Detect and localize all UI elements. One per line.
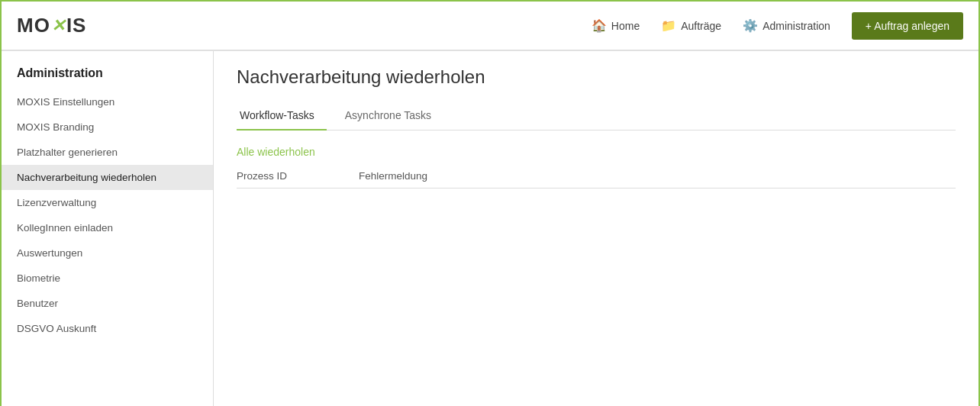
sidebar-item[interactable]: Benutzer bbox=[2, 291, 213, 316]
content-area: Alle wiederholen Prozess ID Fehlermeldun… bbox=[237, 146, 956, 188]
nav-administration-label: Administration bbox=[762, 20, 830, 32]
col-fehlermeldung: Fehlermeldung bbox=[359, 170, 956, 182]
col-prozess-id: Prozess ID bbox=[237, 170, 359, 182]
layout: Administration MOXIS EinstellungenMOXIS … bbox=[2, 51, 978, 406]
sidebar: Administration MOXIS EinstellungenMOXIS … bbox=[2, 51, 214, 406]
table-header: Prozess ID Fehlermeldung bbox=[237, 170, 956, 188]
logo-arrow: ✕ bbox=[51, 16, 66, 36]
sidebar-title: Administration bbox=[2, 66, 213, 89]
logo: MO✕IS bbox=[17, 14, 86, 37]
logo-text2: IS bbox=[66, 14, 87, 37]
home-icon: 🏠 bbox=[592, 18, 607, 33]
sidebar-item[interactable]: MOXIS Einstellungen bbox=[2, 89, 213, 114]
sidebar-item[interactable]: MOXIS Branding bbox=[2, 114, 213, 140]
page-title: Nachverarbeitung wiederholen bbox=[237, 66, 956, 88]
header: MO✕IS 🏠 Home 📁 Aufträge ⚙️ Administratio… bbox=[2, 2, 978, 51]
folder-icon: 📁 bbox=[661, 18, 676, 33]
logo-text: MO bbox=[17, 14, 50, 37]
sidebar-item[interactable]: Auswertungen bbox=[2, 240, 213, 266]
sidebar-item[interactable]: DSGVO Auskunft bbox=[2, 316, 213, 341]
sidebar-item[interactable]: Biometrie bbox=[2, 266, 213, 291]
sidebar-item[interactable]: Platzhalter generieren bbox=[2, 140, 213, 165]
nav-home-label: Home bbox=[611, 20, 640, 32]
tabs: Workflow-TasksAsynchrone Tasks bbox=[237, 103, 956, 130]
sidebar-items: MOXIS EinstellungenMOXIS BrandingPlatzha… bbox=[2, 89, 213, 341]
tab-workflow-tasks[interactable]: Workflow-Tasks bbox=[237, 103, 327, 130]
sidebar-item[interactable]: Lizenzverwaltung bbox=[2, 190, 213, 215]
main-content: Nachverarbeitung wiederholen Workflow-Ta… bbox=[214, 51, 978, 406]
nav: 🏠 Home 📁 Aufträge ⚙️ Administration + Au… bbox=[584, 12, 963, 40]
gear-icon: ⚙️ bbox=[743, 18, 758, 33]
create-order-label: + Auftrag anlegen bbox=[866, 20, 949, 32]
create-order-button[interactable]: + Auftrag anlegen bbox=[852, 12, 963, 40]
sidebar-item[interactable]: Nachverarbeitung wiederholen bbox=[2, 165, 213, 190]
sidebar-item[interactable]: KollegInnen einladen bbox=[2, 215, 213, 240]
nav-administration[interactable]: ⚙️ Administration bbox=[735, 14, 838, 37]
alle-wiederholen-button[interactable]: Alle wiederholen bbox=[237, 146, 956, 158]
nav-home[interactable]: 🏠 Home bbox=[584, 14, 647, 37]
nav-auftraege[interactable]: 📁 Aufträge bbox=[653, 14, 729, 37]
nav-auftraege-label: Aufträge bbox=[681, 20, 721, 32]
tab-asynchrone-tasks[interactable]: Asynchrone Tasks bbox=[342, 103, 443, 130]
